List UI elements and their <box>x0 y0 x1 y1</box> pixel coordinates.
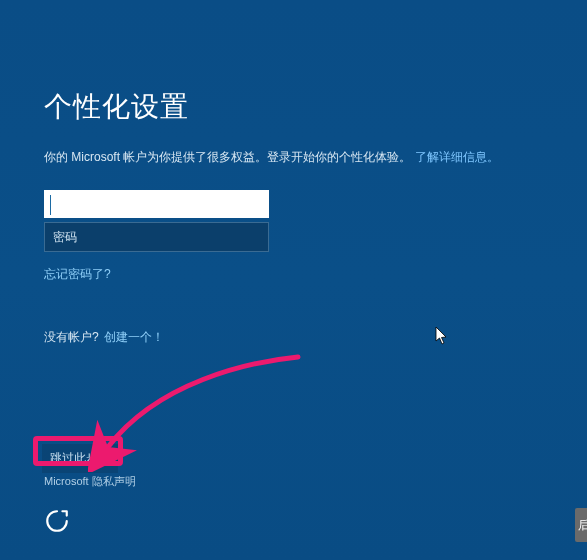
skip-step-button[interactable]: 跳过此步骤 <box>42 444 118 473</box>
subtitle-row: 你的 Microsoft 帐户为你提供了很多权益。登录开始你的个性化体验。 了解… <box>44 148 544 166</box>
back-button-partial[interactable]: 后 <box>575 508 587 542</box>
email-input[interactable] <box>44 190 269 218</box>
back-button-label: 后 <box>578 517 587 534</box>
annotation-arrow-icon <box>88 352 308 472</box>
oobe-page: 个性化设置 你的 Microsoft 帐户为你提供了很多权益。登录开始你的个性化… <box>0 0 587 560</box>
create-account-link[interactable]: 创建一个！ <box>104 330 164 344</box>
signin-form: 忘记密码了? 没有帐户? 创建一个！ <box>44 190 544 346</box>
no-account-text: 没有帐户? <box>44 330 99 344</box>
ease-of-access-icon[interactable] <box>44 508 70 534</box>
content-area: 个性化设置 你的 Microsoft 帐户为你提供了很多权益。登录开始你的个性化… <box>44 88 544 346</box>
page-title: 个性化设置 <box>44 88 544 126</box>
privacy-statement-link[interactable]: Microsoft 隐私声明 <box>44 474 136 489</box>
forgot-password-link[interactable]: 忘记密码了? <box>44 266 544 283</box>
no-account-row: 没有帐户? 创建一个！ <box>44 329 544 346</box>
subtitle-text: 你的 Microsoft 帐户为你提供了很多权益。登录开始你的个性化体验。 <box>44 150 411 164</box>
skip-step-wrap: 跳过此步骤 <box>42 444 118 473</box>
password-input[interactable] <box>44 222 269 252</box>
learn-more-link[interactable]: 了解详细信息。 <box>415 150 499 164</box>
